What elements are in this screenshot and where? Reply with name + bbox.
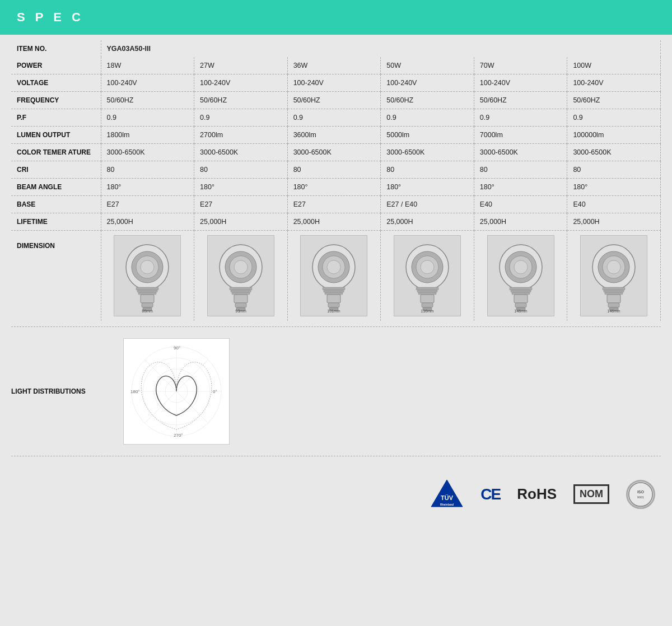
table-row: COLOR TEMER ATURE3000-6500K3000-6500K300… [11,144,661,161]
svg-point-36 [421,260,434,274]
row-value: 2700lm [194,127,288,144]
dimension-image-cell: 93mm [194,231,288,321]
svg-text:TÜV: TÜV [441,494,454,501]
row-value: E27 / E40 [381,196,474,213]
row-value: E27 [194,196,288,213]
item-no-value: YGA03A50-III [101,40,661,57]
row-label: LIFETIME [11,213,101,231]
svg-rect-37 [416,287,438,290]
row-value: 180° [381,179,474,196]
svg-text:86mm: 86mm [142,309,153,313]
svg-rect-41 [422,303,433,307]
svg-point-47 [514,260,528,274]
row-value: 27W [194,57,288,74]
row-value: 1800lm [101,127,194,144]
row-value: 100-240V [381,74,474,92]
svg-text:93mm: 93mm [235,309,246,313]
row-value: E27 [287,196,381,213]
svg-point-25 [327,260,340,274]
svg-rect-52 [515,303,526,307]
svg-rect-40 [421,295,434,303]
row-value: 3000-6500K [101,144,194,161]
row-value: 50/60HZ [567,92,661,109]
svg-rect-18 [234,295,248,303]
nom-certification: NOM [573,484,609,504]
row-value: 80 [101,161,194,179]
svg-rect-4 [136,287,158,290]
ce-certification: CE [480,485,500,503]
svg-point-3 [141,260,154,274]
table-row: CRI808080808080 [11,161,661,179]
svg-text:148mm: 148mm [514,309,528,313]
row-value: E27 [101,196,194,213]
row-value: E40 [567,196,661,213]
row-value: 100-240V [567,74,661,92]
row-value: 180° [474,179,567,196]
row-value: 80 [381,161,474,179]
row-value: 3000-6500K [287,144,381,161]
svg-rect-48 [510,287,532,290]
spec-header: S P E C [0,0,672,35]
row-value: 0.9 [474,109,567,127]
svg-text:180°: 180° [130,389,140,394]
svg-rect-19 [235,303,246,307]
row-value: 25,000H [101,213,194,231]
table-row: LUMEN OUTPUT1800lm2700lm3600lm5000lm7000… [11,127,661,144]
row-value: 100-240V [474,74,567,92]
svg-text:0°: 0° [213,389,217,394]
svg-rect-16 [231,290,251,292]
row-value: 3000-6500K [194,144,288,161]
svg-text:101mm: 101mm [328,309,341,313]
svg-rect-39 [418,292,436,295]
table-row-item-no: ITEM NO. YGA03A50-III [11,40,661,57]
row-value: 180° [194,179,288,196]
light-dist-image: 90° 270° 0° 180° [123,338,230,445]
row-value: 100-240V [101,74,194,92]
row-label: P.F [11,109,101,127]
svg-rect-28 [325,292,343,295]
svg-rect-7 [141,295,154,303]
svg-rect-38 [417,290,437,292]
bulb-image: 93mm [207,235,274,316]
table-row: FREQUENCY50/60HZ50/60HZ50/60HZ50/60HZ50/… [11,92,661,109]
row-value: 0.9 [381,109,474,127]
row-value: 50/60HZ [194,92,288,109]
svg-rect-63 [608,303,619,307]
row-label: VOLTAGE [11,74,101,92]
svg-rect-60 [604,290,624,292]
row-label: LUMEN OUTPUT [11,127,101,144]
row-value: 3000-6500K [567,144,661,161]
svg-text:116mm: 116mm [421,309,434,313]
row-label: BASE [11,196,101,213]
row-value: 80 [194,161,288,179]
svg-text:148mm: 148mm [608,309,621,313]
polar-diagram: 90° 270° 0° 180° [128,343,226,441]
row-value: 3000-6500K [381,144,474,161]
row-value: 0.9 [287,109,381,127]
row-value: 70W [474,57,567,74]
row-label: BEAM ANGLE [11,179,101,196]
svg-rect-51 [514,295,528,303]
row-label: POWER [11,57,101,74]
table-row: LIFETIME25,000H25,000H25,000H25,000H25,0… [11,213,661,231]
row-value: 50/60HZ [474,92,567,109]
svg-rect-49 [511,290,531,292]
row-value: 3600lm [287,127,381,144]
dimension-label: DIMENSION [11,231,101,321]
row-value: 25,000H [287,213,381,231]
row-value: 100W [567,57,661,74]
row-value: 80 [567,161,661,179]
row-value: 80 [287,161,381,179]
svg-rect-30 [328,303,339,307]
tuv-certification: TÜV Rheinland [430,479,464,510]
dimension-image-cell: 148mm [567,231,661,321]
svg-text:270°: 270° [174,433,183,438]
row-value: 180° [101,179,194,196]
row-value: 0.9 [567,109,661,127]
svg-rect-8 [142,303,153,307]
svg-rect-5 [137,290,157,292]
dimension-image-cell: 116mm [381,231,474,321]
row-value: 25,000H [381,213,474,231]
bulb-image: 148mm [487,235,554,316]
svg-point-14 [234,260,248,274]
